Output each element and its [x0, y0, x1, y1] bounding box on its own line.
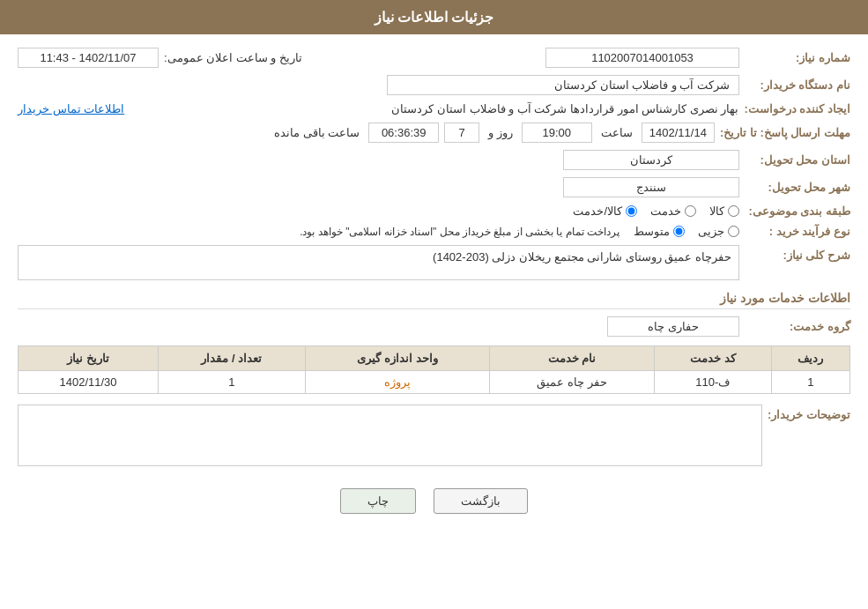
process-jozi-label: جزیی [698, 225, 724, 238]
col-unit: واحد اندازه گیری [305, 346, 490, 371]
category-kala-radio[interactable] [728, 205, 739, 217]
services-table: ردیف کد خدمت نام خدمت واحد اندازه گیری ت… [18, 345, 850, 394]
row-description: شرح کلی نیاز: حفرچاه عمیق روستای شارانی … [18, 245, 850, 280]
deadline-date: 1402/11/14 [642, 123, 715, 143]
description-box: حفرچاه عمیق روستای شارانی مجتمع ریخلان د… [18, 245, 739, 280]
process-radio-group: جزیی متوسط [634, 225, 739, 238]
buyer-name-label: نام دستگاه خریدار: [745, 78, 850, 92]
process-label: نوع فرآیند خرید : [745, 225, 850, 238]
contact-link[interactable]: اطلاعات تماس خریدار [18, 102, 124, 115]
deadline-remaining: 06:36:39 [368, 123, 439, 143]
category-khadamat-radio[interactable] [685, 205, 696, 217]
date-value: 1402/11/07 - 11:43 [18, 48, 159, 68]
row-category: طبقه بندی موضوعی: کالا خدمت کالا/خدمت [18, 204, 850, 218]
col-name: نام خدمت [490, 346, 655, 371]
process-note: پرداخت تمام یا بخشی از مبلغ خریداز محل "… [18, 226, 619, 238]
category-khadamat-item: خدمت [650, 204, 696, 218]
table-header-row: ردیف کد خدمت نام خدمت واحد اندازه گیری ت… [19, 346, 850, 371]
date-label: تاریخ و ساعت اعلان عمومی: [164, 51, 302, 64]
buyer-notes-section: توضیحات خریدار: [18, 405, 850, 469]
buyer-notes-label: توضیحات خریدار: [768, 405, 850, 421]
notes-input-wrapper [18, 405, 762, 469]
province-label: استان محل تحویل: [745, 153, 850, 167]
cell-qty: 1 [159, 371, 305, 394]
row-province: استان محل تحویل: کردستان [18, 150, 850, 170]
row-need-number: شماره نیاز: 1102007014001053 تاریخ و ساع… [18, 48, 850, 68]
row-deadline: مهلت ارسال پاسخ: تا تاریخ: 1402/11/14 سا… [18, 123, 850, 143]
process-jozi-item: جزیی [698, 225, 739, 238]
cell-date: 1402/11/30 [19, 371, 159, 394]
service-info-title: اطلاعات خدمات مورد نیاز [18, 291, 850, 309]
category-kala-khadamat-item: کالا/خدمت [573, 204, 637, 218]
page-header: جزئیات اطلاعات نیاز [0, 0, 868, 34]
cell-row: 1 [771, 371, 849, 394]
process-jozi-radio[interactable] [728, 226, 739, 237]
col-code: کد خدمت [654, 346, 771, 371]
service-group-row: گروه خدمت: حفاری چاه [18, 316, 850, 337]
need-number-label: شماره نیاز: [745, 51, 850, 64]
category-radio-group: کالا خدمت کالا/خدمت [573, 204, 739, 218]
col-row: ردیف [771, 346, 849, 371]
deadline-days: 7 [444, 123, 479, 143]
process-motavasset-radio[interactable] [673, 226, 685, 237]
print-button[interactable]: چاپ [340, 488, 416, 514]
process-motavasset-label: متوسط [634, 225, 670, 238]
city-label: شهر محل تحویل: [745, 181, 850, 194]
page-title: جزئیات اطلاعات نیاز [375, 10, 494, 25]
service-group-value: حفاری چاه [607, 316, 739, 337]
row-creator: ایجاد کننده درخواست: بهار نصری کارشناس ا… [18, 102, 850, 115]
cell-code: ف-110 [654, 371, 771, 394]
city-value: سنندج [563, 177, 739, 197]
col-date: تاریخ نیاز [19, 346, 159, 371]
category-khadamat-label: خدمت [650, 204, 681, 218]
row-city: شهر محل تحویل: سنندج [18, 177, 850, 197]
cell-name: حفر چاه عمیق [490, 371, 655, 394]
row-buyer-name: نام دستگاه خریدار: شرکت آب و فاضلاب استا… [18, 75, 850, 95]
creator-value: بهار نصری کارشناس امور قراردادها شرکت آب… [135, 102, 738, 115]
creator-label: ایجاد کننده درخواست: [744, 102, 850, 115]
button-row: بازگشت چاپ [18, 479, 850, 527]
process-motavasset-item: متوسط [634, 225, 685, 238]
category-kala-khadamat-radio[interactable] [626, 205, 637, 217]
table-row: 1 ف-110 حفر چاه عمیق پروژه 1 1402/11/30 [19, 371, 850, 394]
deadline-days-label: روز و [488, 126, 513, 139]
need-number-value: 1102007014001053 [545, 48, 739, 68]
description-label: شرح کلی نیاز: [745, 245, 850, 262]
back-button[interactable]: بازگشت [434, 488, 528, 514]
row-process: نوع فرآیند خرید : جزیی متوسط پرداخت تمام… [18, 225, 850, 238]
province-value: کردستان [563, 150, 739, 170]
buyer-name-value: شرکت آب و فاضلاب استان کردستان [387, 75, 739, 95]
col-qty: تعداد / مقدار [159, 346, 305, 371]
deadline-time-label: ساعت [601, 126, 633, 139]
deadline-remaining-label: ساعت باقی مانده [274, 126, 360, 139]
category-kala-khadamat-label: کالا/خدمت [573, 204, 622, 218]
category-kala-label: کالا [709, 204, 724, 218]
main-content: شماره نیاز: 1102007014001053 تاریخ و ساع… [0, 34, 868, 540]
deadline-time: 19:00 [522, 123, 592, 143]
description-value: حفرچاه عمیق روستای شارانی مجتمع ریخلان د… [433, 250, 731, 264]
buyer-notes-textarea[interactable] [18, 405, 762, 466]
deadline-label: مهلت ارسال پاسخ: تا تاریخ: [720, 126, 850, 139]
category-label: طبقه بندی موضوعی: [745, 204, 850, 218]
page-wrapper: جزئیات اطلاعات نیاز شماره نیاز: 11020070… [0, 0, 868, 609]
cell-unit: پروژه [305, 371, 490, 394]
category-kala-item: کالا [709, 204, 739, 218]
service-group-label: گروه خدمت: [745, 320, 850, 333]
